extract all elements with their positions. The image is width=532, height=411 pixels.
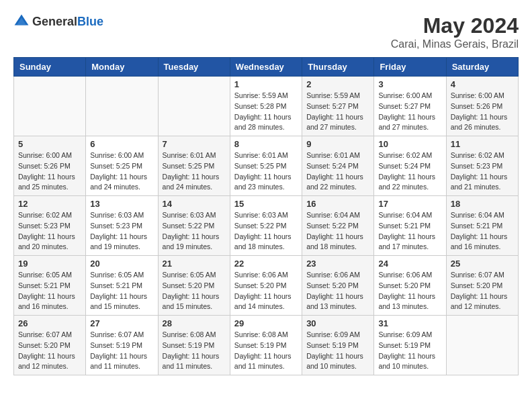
calendar-cell: 20Sunrise: 6:05 AMSunset: 5:21 PMDayligh… <box>86 256 158 316</box>
day-number: 3 <box>378 79 441 89</box>
day-info: Sunrise: 6:09 AMSunset: 5:19 PMDaylight:… <box>378 330 441 372</box>
calendar-cell: 24Sunrise: 6:06 AMSunset: 5:20 PMDayligh… <box>374 256 446 316</box>
calendar-cell <box>158 77 230 136</box>
calendar-cell: 6Sunrise: 6:00 AMSunset: 5:25 PMDaylight… <box>86 136 158 196</box>
calendar-cell: 7Sunrise: 6:01 AMSunset: 5:25 PMDaylight… <box>158 136 230 196</box>
weekday-header-saturday: Saturday <box>446 58 518 77</box>
day-info: Sunrise: 5:59 AMSunset: 5:27 PMDaylight:… <box>306 91 369 133</box>
day-info: Sunrise: 6:07 AMSunset: 5:19 PMDaylight:… <box>90 330 153 372</box>
calendar-cell: 11Sunrise: 6:02 AMSunset: 5:23 PMDayligh… <box>446 136 518 196</box>
logo-blue-text: Blue <box>77 15 103 28</box>
calendar-week-4: 19Sunrise: 6:05 AMSunset: 5:21 PMDayligh… <box>14 256 519 316</box>
calendar-cell <box>14 77 86 136</box>
calendar-cell: 27Sunrise: 6:07 AMSunset: 5:19 PMDayligh… <box>86 316 158 375</box>
day-number: 18 <box>451 199 514 209</box>
calendar-cell: 22Sunrise: 6:06 AMSunset: 5:20 PMDayligh… <box>230 256 302 316</box>
day-number: 2 <box>306 79 369 89</box>
day-info: Sunrise: 6:03 AMSunset: 5:22 PMDaylight:… <box>234 210 298 253</box>
day-number: 21 <box>163 259 226 269</box>
day-info: Sunrise: 6:08 AMSunset: 5:19 PMDaylight:… <box>234 330 298 372</box>
day-number: 20 <box>90 259 153 269</box>
day-info: Sunrise: 6:04 AMSunset: 5:21 PMDaylight:… <box>451 210 514 253</box>
day-info: Sunrise: 6:00 AMSunset: 5:27 PMDaylight:… <box>378 91 441 133</box>
calendar-cell: 17Sunrise: 6:04 AMSunset: 5:21 PMDayligh… <box>374 196 446 256</box>
day-info: Sunrise: 6:04 AMSunset: 5:21 PMDaylight:… <box>378 210 441 253</box>
calendar-cell <box>446 316 518 375</box>
day-info: Sunrise: 6:01 AMSunset: 5:25 PMDaylight:… <box>234 150 298 193</box>
calendar-cell: 12Sunrise: 6:02 AMSunset: 5:23 PMDayligh… <box>14 196 86 256</box>
page-header: GeneralBlue May 2024 Carai, Minas Gerais… <box>13 13 519 50</box>
day-info: Sunrise: 6:03 AMSunset: 5:23 PMDaylight:… <box>90 210 153 253</box>
day-number: 27 <box>90 318 153 328</box>
calendar-cell: 28Sunrise: 6:08 AMSunset: 5:19 PMDayligh… <box>158 316 230 375</box>
calendar-cell: 1Sunrise: 5:59 AMSunset: 5:28 PMDaylight… <box>230 77 302 136</box>
logo-icon <box>13 13 30 30</box>
day-info: Sunrise: 6:00 AMSunset: 5:26 PMDaylight:… <box>451 91 514 133</box>
calendar-cell: 23Sunrise: 6:06 AMSunset: 5:20 PMDayligh… <box>302 256 374 316</box>
day-info: Sunrise: 6:05 AMSunset: 5:21 PMDaylight:… <box>90 270 153 312</box>
day-number: 22 <box>234 259 298 269</box>
calendar-cell: 4Sunrise: 6:00 AMSunset: 5:26 PMDaylight… <box>446 77 518 136</box>
weekday-header-monday: Monday <box>86 58 158 77</box>
day-number: 26 <box>18 318 81 328</box>
day-info: Sunrise: 6:05 AMSunset: 5:20 PMDaylight:… <box>163 270 226 312</box>
day-info: Sunrise: 6:09 AMSunset: 5:19 PMDaylight:… <box>306 330 369 372</box>
calendar-cell: 8Sunrise: 6:01 AMSunset: 5:25 PMDaylight… <box>230 136 302 196</box>
calendar-week-5: 26Sunrise: 6:07 AMSunset: 5:20 PMDayligh… <box>14 316 519 375</box>
day-number: 4 <box>451 79 514 89</box>
day-info: Sunrise: 6:04 AMSunset: 5:22 PMDaylight:… <box>306 210 369 253</box>
month-year-title: May 2024 <box>391 13 519 38</box>
title-block: May 2024 Carai, Minas Gerais, Brazil <box>391 13 519 50</box>
day-number: 9 <box>306 139 369 149</box>
day-info: Sunrise: 6:02 AMSunset: 5:23 PMDaylight:… <box>18 210 81 253</box>
calendar-cell: 2Sunrise: 5:59 AMSunset: 5:27 PMDaylight… <box>302 77 374 136</box>
day-number: 16 <box>306 199 369 209</box>
day-number: 8 <box>234 139 298 149</box>
calendar-cell: 18Sunrise: 6:04 AMSunset: 5:21 PMDayligh… <box>446 196 518 256</box>
day-number: 17 <box>378 199 441 209</box>
calendar-cell: 26Sunrise: 6:07 AMSunset: 5:20 PMDayligh… <box>14 316 86 375</box>
logo-general-text: General <box>32 15 77 28</box>
day-number: 12 <box>18 199 81 209</box>
calendar-cell: 30Sunrise: 6:09 AMSunset: 5:19 PMDayligh… <box>302 316 374 375</box>
calendar-cell: 21Sunrise: 6:05 AMSunset: 5:20 PMDayligh… <box>158 256 230 316</box>
day-info: Sunrise: 6:00 AMSunset: 5:26 PMDaylight:… <box>18 150 81 193</box>
day-number: 23 <box>306 259 369 269</box>
calendar-week-3: 12Sunrise: 6:02 AMSunset: 5:23 PMDayligh… <box>14 196 519 256</box>
day-info: Sunrise: 6:06 AMSunset: 5:20 PMDaylight:… <box>234 270 298 312</box>
calendar-week-2: 5Sunrise: 6:00 AMSunset: 5:26 PMDaylight… <box>14 136 519 196</box>
day-number: 24 <box>378 259 441 269</box>
calendar-cell: 29Sunrise: 6:08 AMSunset: 5:19 PMDayligh… <box>230 316 302 375</box>
day-info: Sunrise: 6:05 AMSunset: 5:21 PMDaylight:… <box>18 270 81 312</box>
day-info: Sunrise: 6:06 AMSunset: 5:20 PMDaylight:… <box>378 270 441 312</box>
calendar-cell <box>86 77 158 136</box>
weekday-header-friday: Friday <box>374 58 446 77</box>
day-info: Sunrise: 6:07 AMSunset: 5:20 PMDaylight:… <box>451 270 514 312</box>
weekday-header-thursday: Thursday <box>302 58 374 77</box>
location-text: Carai, Minas Gerais, Brazil <box>391 38 519 50</box>
logo: GeneralBlue <box>13 13 103 30</box>
day-number: 10 <box>378 139 441 149</box>
calendar-cell: 15Sunrise: 6:03 AMSunset: 5:22 PMDayligh… <box>230 196 302 256</box>
calendar-table: SundayMondayTuesdayWednesdayThursdayFrid… <box>13 57 519 375</box>
weekday-header-sunday: Sunday <box>14 58 86 77</box>
calendar-cell: 14Sunrise: 6:03 AMSunset: 5:22 PMDayligh… <box>158 196 230 256</box>
day-info: Sunrise: 6:06 AMSunset: 5:20 PMDaylight:… <box>306 270 369 312</box>
calendar-cell: 16Sunrise: 6:04 AMSunset: 5:22 PMDayligh… <box>302 196 374 256</box>
calendar-cell: 13Sunrise: 6:03 AMSunset: 5:23 PMDayligh… <box>86 196 158 256</box>
day-info: Sunrise: 6:00 AMSunset: 5:25 PMDaylight:… <box>90 150 153 193</box>
calendar-cell: 10Sunrise: 6:02 AMSunset: 5:24 PMDayligh… <box>374 136 446 196</box>
weekday-header-wednesday: Wednesday <box>230 58 302 77</box>
day-number: 19 <box>18 259 81 269</box>
calendar-cell: 31Sunrise: 6:09 AMSunset: 5:19 PMDayligh… <box>374 316 446 375</box>
day-info: Sunrise: 6:02 AMSunset: 5:23 PMDaylight:… <box>451 150 514 193</box>
day-info: Sunrise: 6:03 AMSunset: 5:22 PMDaylight:… <box>163 210 226 253</box>
day-number: 7 <box>163 139 226 149</box>
day-number: 5 <box>18 139 81 149</box>
day-info: Sunrise: 6:08 AMSunset: 5:19 PMDaylight:… <box>163 330 226 372</box>
day-number: 15 <box>234 199 298 209</box>
day-number: 31 <box>378 318 441 328</box>
calendar-week-1: 1Sunrise: 5:59 AMSunset: 5:28 PMDaylight… <box>14 77 519 136</box>
calendar-cell: 9Sunrise: 6:01 AMSunset: 5:24 PMDaylight… <box>302 136 374 196</box>
weekday-header-tuesday: Tuesday <box>158 58 230 77</box>
